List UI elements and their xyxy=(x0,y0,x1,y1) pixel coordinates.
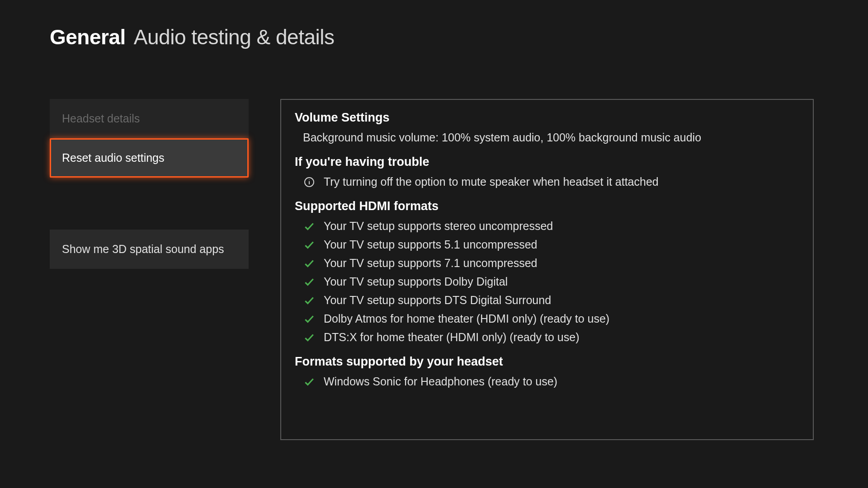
check-icon xyxy=(303,220,316,233)
breadcrumb-category: General xyxy=(50,25,126,49)
page-title: General Audio testing & details xyxy=(50,25,868,49)
check-icon xyxy=(303,313,316,325)
section-heading-volume: Volume Settings xyxy=(295,111,799,125)
sidebar-item-reset-audio[interactable]: Reset audio settings xyxy=(50,138,249,178)
volume-detail-line: Background music volume: 100% system aud… xyxy=(295,128,799,147)
hdmi-format-line: Your TV setup supports 5.1 uncompressed xyxy=(295,235,799,254)
headset-format-line: Windows Sonic for Headphones (ready to u… xyxy=(295,372,799,391)
sidebar-item-label: Reset audio settings xyxy=(62,151,165,164)
info-icon xyxy=(303,176,316,188)
sidebar-item-label: Show me 3D spatial sound apps xyxy=(62,243,224,255)
sidebar-item-label: Headset details xyxy=(62,112,140,125)
hdmi-format-text: DTS:X for home theater (HDMI only) (read… xyxy=(324,331,579,344)
sidebar-item-3d-spatial-apps[interactable]: Show me 3D spatial sound apps xyxy=(50,230,249,269)
hdmi-format-line: Dolby Atmos for home theater (HDMI only)… xyxy=(295,310,799,328)
sidebar: Headset details Reset audio settings Sho… xyxy=(50,99,249,440)
content-area: Headset details Reset audio settings Sho… xyxy=(0,49,868,440)
hdmi-format-line: Your TV setup supports DTS Digital Surro… xyxy=(295,291,799,310)
breadcrumb-title: Audio testing & details xyxy=(134,25,335,49)
section-heading-hdmi: Supported HDMI formats xyxy=(295,199,799,213)
hdmi-format-text: Your TV setup supports stereo uncompress… xyxy=(324,220,553,233)
hdmi-format-line: DTS:X for home theater (HDMI only) (read… xyxy=(295,328,799,347)
page-header: General Audio testing & details xyxy=(0,0,868,49)
svg-point-2 xyxy=(309,179,310,180)
hdmi-format-text: Dolby Atmos for home theater (HDMI only)… xyxy=(324,312,609,325)
trouble-text: Try turning off the option to mute speak… xyxy=(324,175,659,188)
sidebar-gap xyxy=(50,178,249,230)
check-icon xyxy=(303,375,316,388)
check-icon xyxy=(303,239,316,251)
trouble-detail-line: Try turning off the option to mute speak… xyxy=(295,173,799,191)
hdmi-format-text: Your TV setup supports DTS Digital Surro… xyxy=(324,294,551,307)
section-heading-headset: Formats supported by your headset xyxy=(295,355,799,369)
hdmi-format-text: Your TV setup supports 5.1 uncompressed xyxy=(324,238,538,251)
check-icon xyxy=(303,294,316,307)
sidebar-item-headset-details[interactable]: Headset details xyxy=(50,99,249,138)
check-icon xyxy=(303,257,316,270)
section-heading-trouble: If you're having trouble xyxy=(295,155,799,169)
hdmi-format-line: Your TV setup supports Dolby Digital xyxy=(295,272,799,291)
hdmi-format-text: Your TV setup supports Dolby Digital xyxy=(324,275,508,288)
headset-format-text: Windows Sonic for Headphones (ready to u… xyxy=(324,375,557,388)
check-icon xyxy=(303,331,316,344)
hdmi-format-line: Your TV setup supports 7.1 uncompressed xyxy=(295,254,799,272)
check-icon xyxy=(303,276,316,288)
hdmi-format-text: Your TV setup supports 7.1 uncompressed xyxy=(324,257,538,270)
details-panel[interactable]: Volume Settings Background music volume:… xyxy=(280,99,814,440)
hdmi-format-line: Your TV setup supports stereo uncompress… xyxy=(295,217,799,235)
